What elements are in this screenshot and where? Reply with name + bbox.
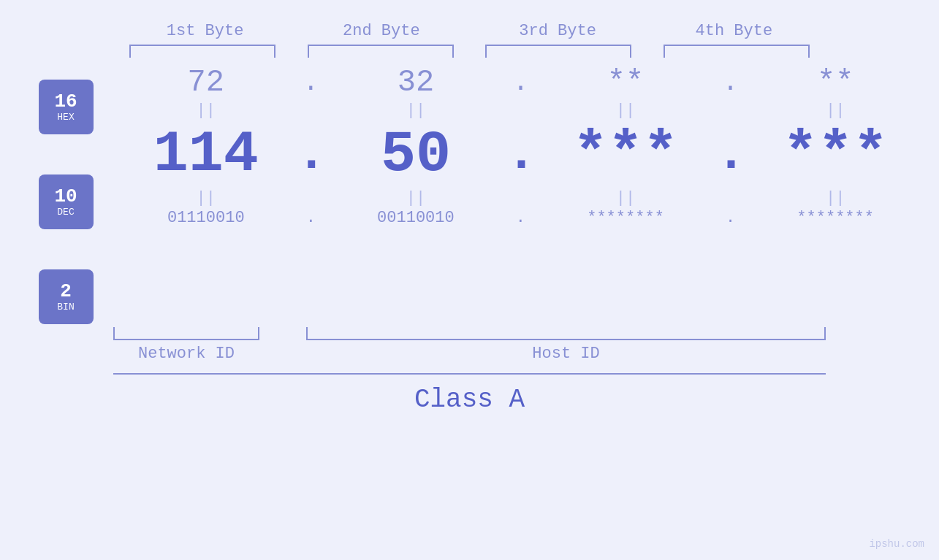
dec-d2: . bbox=[506, 126, 535, 183]
byte4-header: 4th Byte bbox=[661, 22, 807, 40]
byte3-header: 3rd Byte bbox=[484, 22, 631, 40]
hex-b1: 72 bbox=[133, 65, 279, 100]
eq1-b4: || bbox=[762, 101, 908, 120]
byte-headers: 1st Byte 2nd Byte 3rd Byte 4th Byte bbox=[0, 22, 939, 40]
bin-d2: . bbox=[506, 209, 535, 227]
eq2-b1: || bbox=[133, 189, 279, 207]
eq1-b2: || bbox=[343, 101, 489, 120]
top-brackets bbox=[0, 45, 939, 58]
main-container: 1st Byte 2nd Byte 3rd Byte 4th Byte 16 H… bbox=[0, 0, 939, 560]
class-section: Class A bbox=[0, 373, 939, 415]
network-id-bracket bbox=[113, 327, 259, 340]
equals-row-1: || || || || bbox=[102, 101, 939, 120]
eq1-b3: || bbox=[552, 101, 699, 120]
eq1-b1: || bbox=[133, 101, 279, 120]
dec-b4: *** bbox=[762, 121, 908, 188]
watermark: ipshu.com bbox=[869, 538, 924, 550]
byte1-header: 1st Byte bbox=[132, 22, 278, 40]
bracket-b1 bbox=[129, 45, 275, 58]
bottom-brackets-area bbox=[0, 327, 939, 340]
eq2-b2: || bbox=[343, 189, 489, 207]
dec-d3: . bbox=[716, 126, 745, 183]
hex-d2: . bbox=[506, 68, 535, 98]
class-bracket-line bbox=[113, 373, 826, 375]
bin-d3: . bbox=[716, 209, 745, 227]
dec-row: 114 . 50 . *** . *** bbox=[102, 121, 939, 188]
hex-row: 72 . 32 . ** . ** bbox=[102, 65, 939, 100]
class-label: Class A bbox=[414, 385, 525, 415]
hex-badge: 16 HEX bbox=[39, 80, 94, 134]
bin-b4: ******** bbox=[762, 209, 908, 227]
bin-d1: . bbox=[296, 209, 325, 227]
values-grid: 72 . 32 . ** . ** || || || || 114 bbox=[102, 65, 939, 227]
hex-d3: . bbox=[716, 68, 745, 98]
hex-d1: . bbox=[296, 68, 325, 98]
eq2-b3: || bbox=[552, 189, 699, 207]
bin-b2: 00110010 bbox=[343, 209, 489, 227]
hex-b3: ** bbox=[552, 65, 699, 100]
bin-b3: ******** bbox=[552, 209, 699, 227]
network-id-label: Network ID bbox=[113, 345, 259, 363]
id-labels-row: Network ID Host ID bbox=[0, 345, 939, 363]
dec-b2: 50 bbox=[343, 121, 489, 188]
byte2-header: 2nd Byte bbox=[308, 22, 455, 40]
equals-row-2: || || || || bbox=[102, 189, 939, 207]
dec-d1: . bbox=[296, 126, 325, 183]
hex-b2: 32 bbox=[343, 65, 489, 100]
bracket-b3 bbox=[485, 45, 631, 58]
host-id-label: Host ID bbox=[306, 345, 826, 363]
bracket-b4 bbox=[664, 45, 810, 58]
dec-b1: 114 bbox=[133, 121, 279, 188]
content-area: 16 HEX 10 DEC 2 BIN 72 . 32 . ** . ** bbox=[0, 65, 939, 324]
host-id-bracket bbox=[306, 327, 826, 340]
bracket-b2 bbox=[308, 45, 454, 58]
hex-b4: ** bbox=[762, 65, 908, 100]
badges-column: 16 HEX 10 DEC 2 BIN bbox=[0, 80, 102, 324]
bin-b1: 01110010 bbox=[133, 209, 279, 227]
dec-badge: 10 DEC bbox=[39, 174, 94, 229]
dec-b3: *** bbox=[552, 121, 699, 188]
bin-row: 01110010 . 00110010 . ******** . *******… bbox=[102, 209, 939, 227]
bin-badge: 2 BIN bbox=[39, 269, 94, 324]
eq2-b4: || bbox=[762, 189, 908, 207]
